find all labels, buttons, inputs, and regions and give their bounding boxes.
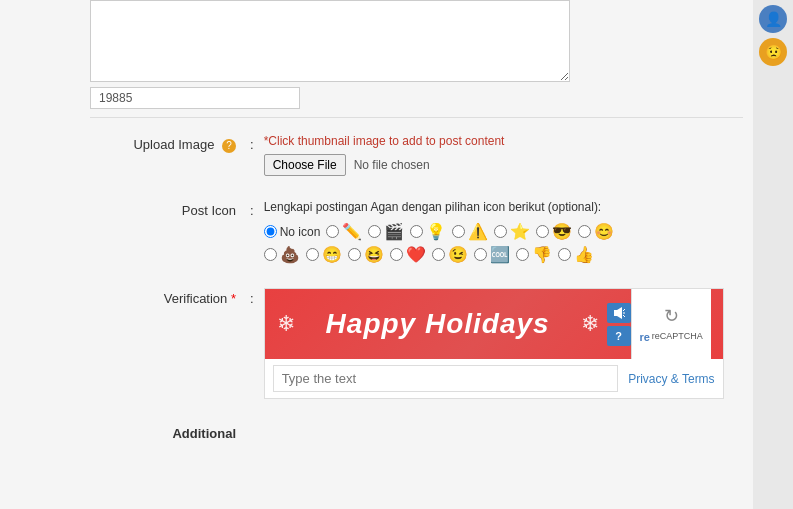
emoji-bulb: 💡 xyxy=(426,222,446,241)
emoji-pencil: ✏️ xyxy=(342,222,362,241)
radio-pencil[interactable] xyxy=(326,225,339,238)
colon-verification: : xyxy=(250,288,264,306)
radio-grin[interactable] xyxy=(306,248,319,261)
additional-label-container: Additional xyxy=(90,423,250,441)
radio-poop[interactable] xyxy=(264,248,277,261)
post-textarea[interactable] xyxy=(90,0,570,82)
radio-film[interactable] xyxy=(368,225,381,238)
icon-option-thumbsdown[interactable]: 👎 xyxy=(516,245,552,264)
recaptcha-logo-icon: re xyxy=(639,331,649,343)
post-icon-label: Post Icon xyxy=(90,200,250,218)
verification-row: Verification * : ❄ Happy Holidays ❄ xyxy=(90,282,743,399)
upload-image-field: *Click thumbnail image to add to post co… xyxy=(264,134,743,176)
privacy-terms-link[interactable]: Privacy & Terms xyxy=(628,372,714,386)
emoji-warning: ⚠️ xyxy=(468,222,488,241)
captcha-input-row: Privacy & Terms xyxy=(265,359,723,398)
captcha-text-input[interactable] xyxy=(273,365,619,392)
no-icon-label: No icon xyxy=(280,225,321,239)
radio-no-icon[interactable] xyxy=(264,225,277,238)
file-input-row: Choose File No file chosen xyxy=(264,154,743,176)
required-star: * xyxy=(227,291,236,306)
svg-line-4 xyxy=(623,315,625,317)
emoji-film: 🎬 xyxy=(384,222,404,241)
emoji-thumbsdown: 👎 xyxy=(532,245,552,264)
upload-hint: *Click thumbnail image to add to post co… xyxy=(264,134,743,148)
icon-option-heart[interactable]: ❤️ xyxy=(390,245,426,264)
emoji-wink: 😉 xyxy=(448,245,468,264)
snowflake-right-icon: ❄ xyxy=(581,311,599,337)
icon-option-cool[interactable]: 🆒 xyxy=(474,245,510,264)
icon-option-pencil[interactable]: ✏️ xyxy=(326,222,362,241)
icon-option-laugh[interactable]: 😆 xyxy=(348,245,384,264)
recaptcha-badge: ↻ re reCAPTCHA xyxy=(631,289,711,359)
icon-row-1: No icon ✏️ 🎬 💡 xyxy=(264,222,743,241)
captcha-container: ❄ Happy Holidays ❄ xyxy=(264,288,724,399)
icon-option-bulb[interactable]: 💡 xyxy=(410,222,446,241)
audio-icon xyxy=(612,306,626,320)
radio-warning[interactable] xyxy=(452,225,465,238)
colon-icon: : xyxy=(250,200,264,218)
radio-wink[interactable] xyxy=(432,248,445,261)
captcha-audio-button[interactable] xyxy=(607,303,631,323)
avatar-2[interactable]: 😟 xyxy=(759,38,787,66)
post-icon-description: Lengkapi postingan Agan dengan pilihan i… xyxy=(264,200,743,214)
post-icon-field: Lengkapi postingan Agan dengan pilihan i… xyxy=(264,200,743,264)
icon-option-warning[interactable]: ⚠️ xyxy=(452,222,488,241)
radio-smile[interactable] xyxy=(578,225,591,238)
emoji-heart: ❤️ xyxy=(406,245,426,264)
captcha-banner: ❄ Happy Holidays ❄ xyxy=(265,289,723,359)
icon-grid: No icon ✏️ 🎬 💡 xyxy=(264,222,743,264)
page-wrapper: 19885 Upload Image ? : *Click thumbnail … xyxy=(0,0,793,509)
textarea-section: 19885 xyxy=(90,0,743,109)
section-divider xyxy=(90,117,743,118)
emoji-laugh: 😆 xyxy=(364,245,384,264)
right-sidebar: 👤 😟 xyxy=(753,0,793,509)
radio-sunglasses[interactable] xyxy=(536,225,549,238)
verification-label: Verification * xyxy=(90,288,250,306)
icon-option-wink[interactable]: 😉 xyxy=(432,245,468,264)
captcha-controls: ? xyxy=(607,303,631,346)
help-question-mark: ? xyxy=(615,330,622,342)
emoji-sunglasses: 😎 xyxy=(552,222,572,241)
upload-image-row: Upload Image ? : *Click thumbnail image … xyxy=(90,128,743,176)
icon-option-poop[interactable]: 💩 xyxy=(264,245,300,264)
radio-thumbsup[interactable] xyxy=(558,248,571,261)
icon-option-smile[interactable]: 😊 xyxy=(578,222,614,241)
emoji-thumbsup: 👍 xyxy=(574,245,594,264)
left-sidebar xyxy=(0,0,80,509)
icon-row-2: 💩 😁 😆 ❤️ xyxy=(264,245,743,264)
recaptcha-refresh-icon: ↻ xyxy=(664,305,679,327)
captcha-help-button[interactable]: ? xyxy=(607,326,631,346)
recaptcha-label: reCAPTCHA xyxy=(652,331,703,343)
additional-row: Additional xyxy=(90,417,743,441)
svg-marker-1 xyxy=(617,307,622,319)
help-icon[interactable]: ? xyxy=(222,139,236,153)
captcha-banner-text: Happy Holidays xyxy=(295,308,581,340)
emoji-smile: 😊 xyxy=(594,222,614,241)
icon-option-star[interactable]: ⭐ xyxy=(494,222,530,241)
icon-option-film[interactable]: 🎬 xyxy=(368,222,404,241)
icon-option-thumbsup[interactable]: 👍 xyxy=(558,245,594,264)
main-content: 19885 Upload Image ? : *Click thumbnail … xyxy=(80,0,753,509)
radio-cool[interactable] xyxy=(474,248,487,261)
emoji-poop: 💩 xyxy=(280,245,300,264)
radio-star[interactable] xyxy=(494,225,507,238)
radio-thumbsdown[interactable] xyxy=(516,248,529,261)
icon-option-sunglasses[interactable]: 😎 xyxy=(536,222,572,241)
svg-line-2 xyxy=(623,309,625,311)
avatar-1[interactable]: 👤 xyxy=(759,5,787,33)
icon-option-grin[interactable]: 😁 xyxy=(306,245,342,264)
icon-option-no-icon[interactable]: No icon xyxy=(264,225,321,239)
snowflake-left-icon: ❄ xyxy=(277,311,295,337)
word-count: 19885 xyxy=(90,87,300,109)
colon-upload: : xyxy=(250,134,264,152)
radio-bulb[interactable] xyxy=(410,225,423,238)
emoji-grin: 😁 xyxy=(322,245,342,264)
additional-label: Additional xyxy=(172,426,236,441)
upload-image-label: Upload Image ? xyxy=(90,134,250,153)
no-file-text: No file chosen xyxy=(354,158,430,172)
emoji-star: ⭐ xyxy=(510,222,530,241)
radio-laugh[interactable] xyxy=(348,248,361,261)
choose-file-button[interactable]: Choose File xyxy=(264,154,346,176)
radio-heart[interactable] xyxy=(390,248,403,261)
